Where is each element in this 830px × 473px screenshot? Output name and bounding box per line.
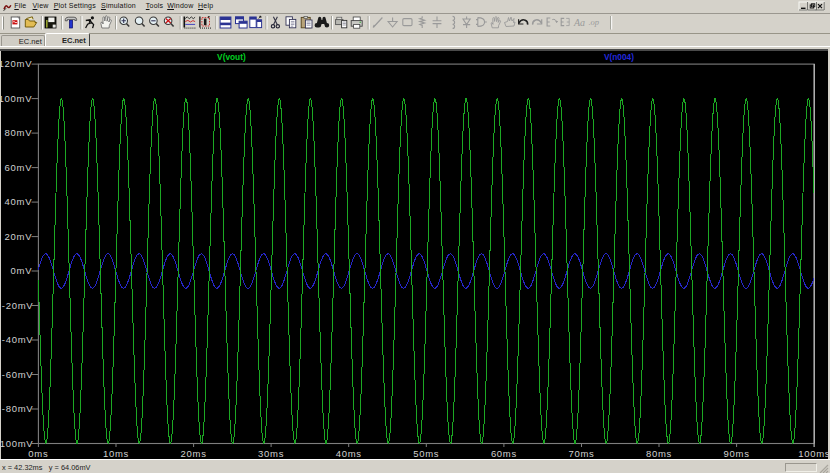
svg-text:20mV: 20mV bbox=[5, 230, 33, 241]
svg-text:.op: .op bbox=[588, 17, 599, 27]
svg-text:0mV: 0mV bbox=[11, 265, 33, 276]
svg-text:-60mV: -60mV bbox=[2, 368, 33, 379]
svg-text:V(n004): V(n004) bbox=[604, 52, 634, 62]
svg-text:10ms: 10ms bbox=[103, 448, 129, 459]
svg-text:80ms: 80ms bbox=[646, 448, 672, 459]
svg-text:80mV: 80mV bbox=[5, 127, 33, 138]
svg-text:60mV: 60mV bbox=[5, 161, 33, 172]
svg-text:60ms: 60ms bbox=[491, 448, 517, 459]
svg-text:-80mV: -80mV bbox=[2, 403, 33, 414]
svg-text:20ms: 20ms bbox=[181, 448, 207, 459]
svg-text:V(vout): V(vout) bbox=[217, 52, 246, 62]
svg-text:100mV: 100mV bbox=[0, 92, 32, 103]
svg-text:70ms: 70ms bbox=[568, 448, 594, 459]
svg-text:Aa: Aa bbox=[573, 17, 585, 28]
svg-text:90ms: 90ms bbox=[724, 448, 750, 459]
svg-text:0ms: 0ms bbox=[28, 448, 48, 459]
svg-text:100ms: 100ms bbox=[798, 448, 828, 459]
svg-text:120mV: 120mV bbox=[0, 58, 32, 69]
svg-text:40mV: 40mV bbox=[5, 196, 33, 207]
svg-text:50ms: 50ms bbox=[413, 448, 439, 459]
svg-text:-20mV: -20mV bbox=[2, 299, 33, 310]
svg-text:-100mV: -100mV bbox=[0, 437, 33, 448]
svg-text:30ms: 30ms bbox=[258, 448, 284, 459]
svg-text:40ms: 40ms bbox=[336, 448, 362, 459]
svg-text:-40mV: -40mV bbox=[2, 334, 33, 345]
